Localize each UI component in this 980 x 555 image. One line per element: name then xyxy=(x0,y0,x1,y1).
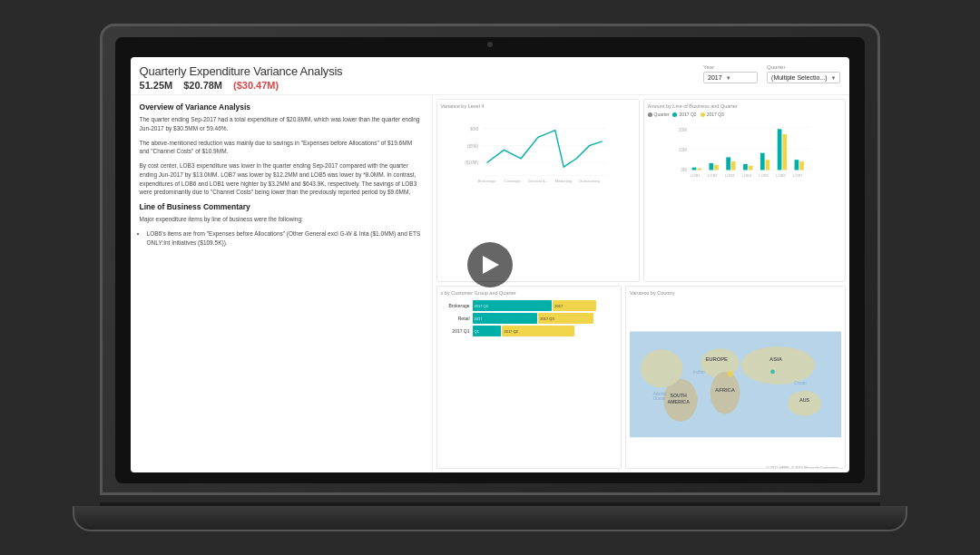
section1-para2: The above-mentioned reduction was mainly… xyxy=(140,139,423,157)
svg-text:Outsourcing: Outsourcing xyxy=(579,179,600,183)
play-triangle-icon xyxy=(483,256,499,274)
svg-point-56 xyxy=(727,371,733,377)
svg-text:LOB4: LOB4 xyxy=(741,173,751,178)
text-panel: Overview of Variance Analysis The quarte… xyxy=(131,95,433,472)
quarter-filter-label: Quarter xyxy=(767,64,840,70)
svg-rect-26 xyxy=(760,153,764,170)
svg-text:LOB7: LOB7 xyxy=(792,173,802,178)
variance-chart-title: Variance by Level 4 xyxy=(441,103,635,109)
hbar-label-q1: 2017 Q1 xyxy=(441,328,473,334)
svg-rect-24 xyxy=(743,164,748,170)
svg-point-45 xyxy=(788,391,821,416)
legend-quarter-label: Quarter xyxy=(654,112,670,117)
legend-q3-label: 2017 Q3 xyxy=(707,112,724,117)
year-dropdown-arrow: ▼ xyxy=(726,75,731,81)
svg-rect-19 xyxy=(697,169,701,170)
play-button[interactable] xyxy=(467,242,513,287)
year-value: 2017 xyxy=(708,74,722,81)
svg-text:LOB1: LOB1 xyxy=(690,173,700,178)
section1-title: Overview of Variance Analysis xyxy=(140,102,423,112)
year-filter-label: Year xyxy=(703,64,758,70)
legend-q2: 2017 Q2 xyxy=(672,112,696,117)
laptop-base xyxy=(73,506,907,531)
svg-text:AUS: AUS xyxy=(799,397,810,403)
screen-content: Quarterly Expenditure Variance Analysis … xyxy=(131,57,850,472)
svg-text:($5M): ($5M) xyxy=(466,144,478,149)
customer-group-chart: x by Customer Group and Quarter Brokerag… xyxy=(436,286,622,469)
header-metrics: 51.25M $20.78M ($30.47M) xyxy=(140,80,343,91)
q1-seg-label-q3: 2017 Q2 xyxy=(502,329,519,334)
laptop: Quarterly Expenditure Variance Analysis … xyxy=(100,24,880,531)
svg-rect-25 xyxy=(748,166,752,170)
header: Quarterly Expenditure Variance Analysis … xyxy=(131,57,850,95)
hbar-row-q1: 2017 Q1 Q1 2017 Q2 xyxy=(441,326,618,336)
chart-legend: Quarter 2017 Q2 2017 Q3 xyxy=(648,112,842,117)
hbar-track-retail: 2017 2017 Q3 xyxy=(473,313,618,324)
hbar-container: Brokerage 2017 Q2 2017 xyxy=(441,298,618,340)
legend-q3: 2017 Q3 xyxy=(701,112,724,117)
variance-line-chart: Variance by Level 4 $0M xyxy=(436,99,640,282)
svg-text:$0M: $0M xyxy=(470,127,478,131)
hbar-seg-brokerage-q2: 2017 Q2 xyxy=(473,300,553,311)
svg-text:Atlantic: Atlantic xyxy=(652,392,668,396)
svg-text:ASIA: ASIA xyxy=(769,356,783,362)
hbar-seg-q1-q2: Q1 xyxy=(473,326,502,336)
customer-chart-title: x by Customer Group and Quarter xyxy=(441,290,618,296)
variance-line-svg: $0M ($5M) ($10M) Brokerage Coverage G xyxy=(441,112,635,184)
hbar-row-brokerage: Brokerage 2017 Q2 2017 xyxy=(441,300,618,311)
svg-text:20M: 20M xyxy=(678,128,686,132)
seg-label-q2: 2017 Q2 xyxy=(473,304,490,308)
svg-text:LOB2: LOB2 xyxy=(707,173,717,178)
q3-dot xyxy=(701,112,705,117)
quarter-value: (Multiple Selectio...) xyxy=(771,74,827,81)
section1-para3: By cost center, LOB3 expenditure was low… xyxy=(140,161,423,197)
svg-text:Brokerage: Brokerage xyxy=(477,179,495,183)
svg-point-41 xyxy=(710,372,740,414)
legend-q2-label: 2017 Q2 xyxy=(679,112,696,117)
svg-text:LOB6: LOB6 xyxy=(776,173,786,178)
svg-rect-31 xyxy=(799,161,804,170)
svg-rect-27 xyxy=(765,160,769,170)
hbar-seg-retail-q3: 2017 Q3 xyxy=(538,313,593,324)
svg-rect-30 xyxy=(794,160,799,170)
hbar-seg-retail-q2: 2017 xyxy=(473,313,538,324)
header-left: Quarterly Expenditure Variance Analysis … xyxy=(140,64,343,91)
screen-bezel: Quarterly Expenditure Variance Analysis … xyxy=(115,37,865,483)
svg-text:AFRICA: AFRICA xyxy=(715,387,736,393)
svg-rect-18 xyxy=(691,168,696,170)
hbar-label-brokerage: Brokerage xyxy=(441,303,473,308)
bar-chart-title: Amount by Line of Business and Quarter xyxy=(648,103,842,109)
svg-point-42 xyxy=(741,346,816,385)
map-title: Variance by Country xyxy=(630,290,841,296)
header-filters: Year 2017 ▼ Quarter (Multiple Selectio..… xyxy=(703,64,840,83)
retail-seg-label-q3: 2017 Q3 xyxy=(538,316,555,321)
hbar-label-retail: Retail xyxy=(441,316,473,321)
svg-rect-21 xyxy=(714,165,719,170)
svg-text:LOB3: LOB3 xyxy=(724,173,734,178)
quarter-dot xyxy=(648,112,652,117)
svg-text:EUROPE: EUROPE xyxy=(705,356,728,362)
hbar-seg-brokerage-q3: 2017 xyxy=(553,300,596,311)
world-map-svg: EUROPE ASIA AFRICA SOUTH AMERICA AUS Atl… xyxy=(630,297,841,469)
svg-point-57 xyxy=(770,370,775,375)
hbar-row-retail: Retail 2017 2017 Q3 xyxy=(441,313,618,324)
q2-dot xyxy=(672,112,677,117)
svg-rect-22 xyxy=(726,158,730,170)
bar-chart-svg: 20M 10M 0M xyxy=(648,119,842,191)
svg-rect-23 xyxy=(730,161,735,170)
legend-quarter: Quarter xyxy=(648,112,670,117)
svg-text:LOB5: LOB5 xyxy=(759,173,769,178)
svg-text:($10M): ($10M) xyxy=(465,161,478,166)
svg-text:Indian: Indian xyxy=(693,370,705,375)
year-select[interactable]: 2017 ▼ xyxy=(703,72,758,83)
svg-text:Ocean: Ocean xyxy=(653,396,666,401)
section1-para1: The quarter ending Sep-2017 had a total … xyxy=(140,115,423,133)
quarter-filter-group: Quarter (Multiple Selectio...) ▼ xyxy=(767,64,840,83)
hbar-track-q1: Q1 2017 Q2 xyxy=(473,326,618,336)
svg-text:Ocean: Ocean xyxy=(794,381,807,385)
svg-text:0M: 0M xyxy=(681,169,687,173)
svg-text:General &...: General &... xyxy=(527,179,548,183)
hbar-seg-q1-q3: 2017 Q2 xyxy=(502,326,574,336)
retail-seg-label-q2: 2017 xyxy=(473,316,485,321)
quarter-select[interactable]: (Multiple Selectio...) ▼ xyxy=(767,72,840,83)
